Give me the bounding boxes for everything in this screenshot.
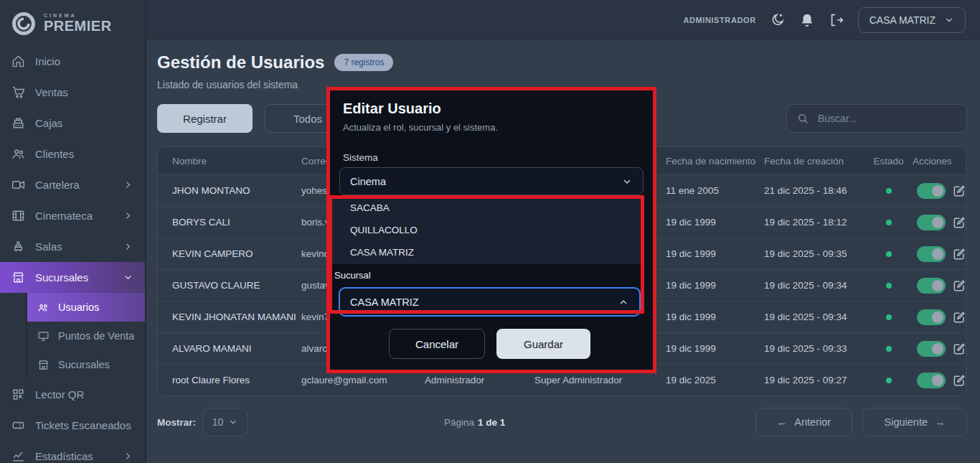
cell-email: gclaure@gmail.com [301,375,425,385]
modal-subtitle: Actualiza el rol, sucursal y el sistema. [343,122,498,133]
toggle-knob [932,217,943,228]
cell-created: 19 dic 2025 - 09:35 [764,248,864,259]
next-page-button[interactable]: Siguiente → [862,408,967,436]
cancel-button[interactable]: Cancelar [389,329,485,359]
show-label: Mostrar: [157,408,196,436]
edit-user-icon[interactable] [952,373,966,388]
records-count-badge: 7 registros [334,54,393,71]
sidebar-subitem-puntos-de-venta[interactable]: Puntos de Venta [0,322,145,350]
chevron-down-icon [944,15,954,25]
sidebar-item-cajas[interactable]: Cajas [0,108,145,139]
status-dot [886,283,892,289]
edit-user-icon[interactable] [952,184,966,198]
branch-field-label: Sucursal [334,270,371,281]
active-toggle[interactable] [917,309,946,325]
sidebar-item-inicio[interactable]: Inicio [0,46,145,77]
edit-user-icon[interactable] [952,342,966,356]
save-button[interactable]: Guardar [496,329,590,359]
search-box[interactable] [786,104,967,133]
sidebar-item-label: Ventas [35,86,68,98]
chevron-right-icon [123,451,133,462]
option-casa-matriz[interactable]: CASA MATRIZ [330,241,644,263]
notifications-bell-icon[interactable] [799,12,815,28]
people-icon [11,147,25,161]
brand-logo: CINEMA PREMIER [0,0,145,46]
store-icon [37,359,50,371]
active-toggle[interactable] [917,183,946,199]
sidebar-item-salas[interactable]: Salas [0,231,145,262]
status-dot [886,378,892,383]
cell-actions [913,341,966,357]
cell-created: 19 dic 2025 - 09:27 [764,375,864,385]
cell-created: 19 dic 2025 - 09:34 [764,312,864,322]
next-label: Siguiente [885,416,928,428]
sidebar-item-label: Clientes [35,148,74,160]
cell-name: KEVIN CAMPERO [172,248,301,259]
sidebar-item-label: Inicio [35,55,60,67]
edit-user-icon[interactable] [952,215,966,230]
active-toggle[interactable] [917,278,946,294]
status-dot [886,251,892,257]
toggle-knob [932,248,943,260]
chevron-right-icon [123,210,133,221]
sidebar-item-cartelera[interactable]: Cartelera [0,169,145,200]
register-button[interactable]: Registrar [157,104,253,133]
sidebar-subitem-label: Puntos de Venta [58,330,134,342]
sidebar-item-clientes[interactable]: Clientes [0,139,145,169]
cell-name: GUSTAVO CLAURE [172,280,301,291]
previous-page-button[interactable]: ← Anterior [755,408,852,436]
toggle-knob [932,312,943,323]
sidebar-subitem-label: Sucursales [58,359,110,370]
branch-select[interactable]: CASA MATRIZ [339,287,641,317]
sidebar-subitem-sucursales[interactable]: Sucursales [0,350,145,379]
ticket-icon [11,418,25,432]
user-role-label: ADMINISTRADOR [683,16,755,24]
sidebar-item-estadisticas[interactable]: Estadísticas [0,441,145,463]
option-sacaba[interactable]: SACABA [330,197,644,219]
page-size-value: 10 [212,416,224,428]
edit-user-icon[interactable] [952,279,966,293]
sidebar-item-label: Sucursales [35,271,88,284]
cell-name: ALVARO MAMANI [172,343,301,354]
sidebar-item-sucursales[interactable]: Sucursales [0,262,145,293]
active-toggle[interactable] [917,215,946,230]
sidebar-subitem-usuarios[interactable]: Usuarios [27,293,145,322]
sidebar-item-cinemateca[interactable]: Cinemateca [0,200,145,231]
branch-selector-value: CASA MATRIZ [870,14,936,26]
col-header-acciones: Acciones [913,156,966,167]
chevron-down-icon [621,176,633,187]
logout-icon[interactable] [829,12,844,28]
branch-selector[interactable]: CASA MATRIZ [858,7,966,33]
system-select-value: Cinema [350,176,386,187]
brand-premier-text: PREMIER [44,18,112,34]
edit-user-icon[interactable] [952,247,966,261]
sidebar-item-ventas[interactable]: Ventas [0,77,145,108]
edit-user-icon[interactable] [952,310,966,324]
page-subtitle: Listado de usuarios del sistema [157,79,298,90]
home-icon [11,55,25,68]
active-toggle[interactable] [917,373,946,388]
sidebar-item-tickets-escaneados[interactable]: Tickets Escaneados [0,410,145,441]
cell-created: 19 dic 2025 - 09:34 [764,280,864,291]
cell-name: root Claure Flores [172,375,301,385]
active-toggle[interactable] [917,246,946,262]
cell-birth: 11 ene 2005 [666,185,764,196]
page-size-select[interactable]: 10 [203,408,248,436]
page-word: Página [444,417,474,428]
app-root: CINEMA PREMIER Inicio Ventas Cajas Clien… [0,0,980,463]
sucursales-submenu: Usuarios Puntos de Venta Sucursales [0,293,145,379]
cell-created: 19 dic 2025 - 09:33 [764,343,864,354]
chevron-up-icon [618,296,629,308]
video-icon [11,178,25,192]
chevron-down-icon [228,417,238,427]
active-toggle[interactable] [917,341,946,357]
dark-mode-moon-icon[interactable] [770,12,786,28]
sidebar-item-lector-qr[interactable]: Lector QR [0,379,145,410]
users-group-icon [37,301,50,314]
qr-code-icon [11,388,25,401]
status-dot [886,220,892,225]
search-input[interactable] [816,112,957,125]
edit-user-modal: Editar Usuario Actualiza el rol, sucursa… [326,87,656,373]
system-select[interactable]: Cinema [339,167,644,195]
option-quillacollo[interactable]: QUILLACOLLO [330,219,644,241]
